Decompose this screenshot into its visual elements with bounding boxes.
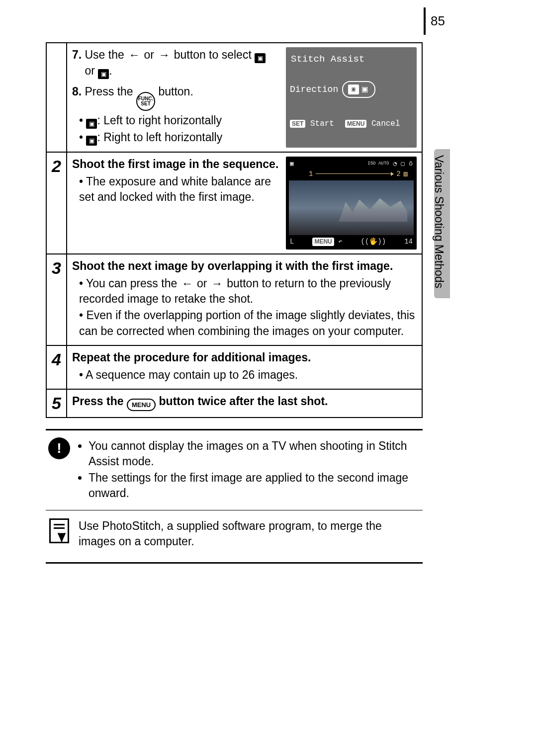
lcd-photo-preview: [289, 180, 414, 235]
func-set-button-icon: FUNC.SET: [136, 92, 155, 111]
left-arrow-icon: ←: [180, 277, 194, 290]
step-3-heading: Shoot the next image by overlapping it w…: [72, 258, 417, 274]
substep-8-num: 8.: [72, 85, 82, 98]
step-3-bullet-1: You can press the ← or → button to retur…: [79, 276, 417, 307]
shake-icon: ((🖐)): [361, 237, 386, 247]
stitch-rtl-icon: ▣: [98, 69, 109, 79]
rtl-bullet: ▣: Right to left horizontally: [79, 130, 281, 146]
lcd-menu-badge: MENU: [312, 238, 334, 246]
notes-separator-bottom: [46, 562, 423, 564]
lcd-menu-badge: MENU: [345, 120, 366, 128]
shots-remaining: 14: [404, 237, 413, 247]
substep-7-num: 7.: [72, 48, 82, 61]
warning-icon: !: [48, 437, 70, 459]
step-3-number: 3: [46, 254, 67, 345]
stitch-ltr-icon: ▣: [86, 119, 97, 129]
step-4-bullet: A sequence may contain up to 26 images.: [79, 367, 417, 383]
stitch-rtl-icon: ▣: [86, 136, 97, 146]
step1-text: 7. Use the ← or → button to select ▣ or …: [72, 47, 281, 148]
warning-note-2: The settings for the first image are app…: [89, 470, 421, 501]
orientation-icon: ô: [409, 160, 413, 168]
lcd-direction-pill: ▣ ▣: [342, 81, 375, 98]
page-number: 85: [431, 13, 445, 29]
notes-separator: [46, 429, 423, 430]
size-L-icon: L: [290, 237, 294, 247]
lcd-title: Stitch Assist: [291, 53, 412, 66]
right-arrow-icon: →: [157, 48, 171, 61]
stitch-ltr-icon: ▣: [348, 84, 359, 94]
tip-note: Use PhotoStitch, a supplied software pro…: [79, 518, 421, 549]
menu-button-icon: MENU: [127, 399, 156, 412]
lcd-direction-label: Direction: [290, 84, 338, 95]
step-2-number: 2: [46, 152, 67, 254]
seq-arrow-icon: [316, 173, 393, 174]
seq-1: 1: [309, 169, 313, 179]
step-4-heading: Repeat the procedure for additional imag…: [72, 350, 417, 365]
step-2-heading: Shoot the first image in the sequence.: [72, 157, 281, 172]
right-arrow-icon: →: [210, 277, 224, 290]
stitch-ltr-icon: ▣: [255, 53, 266, 63]
page-number-rule: [424, 7, 426, 35]
ltr-bullet: ▣: Left to right horizontally: [79, 113, 281, 129]
step-2-bullet: The exposure and white balance are set a…: [79, 174, 281, 205]
seq-2: 2: [396, 169, 400, 179]
timer-icon: ◔: [393, 160, 397, 168]
stitch-mode-icon: ▣: [290, 160, 294, 168]
step-4-number: 4: [46, 345, 67, 389]
left-arrow-icon: ←: [127, 48, 141, 61]
battery-icon: ▥: [404, 169, 408, 179]
warning-notes: You cannot display the images on a TV wh…: [79, 437, 421, 502]
lcd-set-badge: SET: [290, 120, 305, 128]
iso-auto-icon: ISO AUTO: [367, 162, 389, 166]
step-5-number: 5: [46, 389, 67, 418]
section-label: Various Shooting Methods: [432, 155, 446, 288]
lcd-shoot-first: ▣ ISO AUTO ◔ ▢ ô 1: [286, 157, 417, 250]
undo-icon: ↶: [338, 238, 342, 246]
step-5-heading: Press the MENU button twice after the la…: [72, 394, 417, 412]
warning-note-1: You cannot display the images on a TV wh…: [89, 438, 421, 469]
lcd-stitch-assist: Stitch Assist Direction ▣ ▣ SET Start: [286, 47, 417, 148]
notes-divider: [46, 510, 423, 510]
single-shot-icon: ▢: [401, 160, 405, 168]
step-3-bullet-2: Even if the overlapping portion of the i…: [79, 308, 417, 338]
document-icon: [49, 518, 69, 543]
